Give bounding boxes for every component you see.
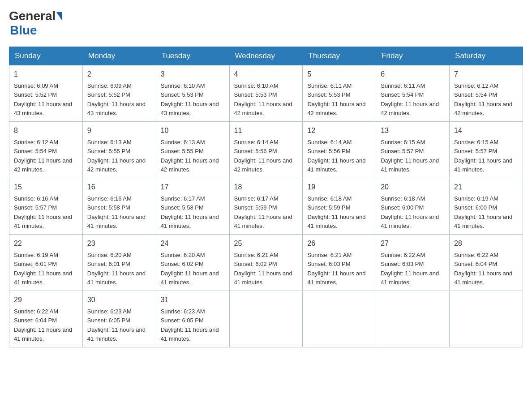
logo-general: General [9, 9, 56, 23]
day-info: Sunrise: 6:13 AMSunset: 5:55 PMDaylight:… [87, 139, 146, 173]
day-info: Sunrise: 6:16 AMSunset: 5:57 PMDaylight:… [14, 195, 72, 229]
day-info: Sunrise: 6:12 AMSunset: 5:54 PMDaylight:… [14, 139, 72, 173]
day-number: 10 [161, 125, 225, 136]
day-number: 14 [454, 125, 518, 136]
day-number: 5 [307, 69, 371, 80]
calendar-header-thursday: Thursday [303, 47, 376, 65]
calendar-cell: 1 Sunrise: 6:09 AMSunset: 5:52 PMDayligh… [9, 65, 83, 122]
day-number: 30 [87, 295, 151, 305]
day-info: Sunrise: 6:15 AMSunset: 5:57 PMDaylight:… [454, 139, 512, 173]
calendar-week-5: 29 Sunrise: 6:22 AMSunset: 6:04 PMDaylig… [9, 291, 523, 347]
day-info: Sunrise: 6:14 AMSunset: 5:56 PMDaylight:… [234, 139, 292, 173]
calendar-cell [229, 291, 303, 347]
logo-blue: Blue [10, 23, 37, 37]
calendar-cell: 29 Sunrise: 6:22 AMSunset: 6:04 PMDaylig… [9, 291, 83, 347]
day-number: 31 [161, 295, 225, 305]
day-number: 7 [454, 69, 518, 80]
day-info: Sunrise: 6:20 AMSunset: 6:01 PMDaylight:… [87, 252, 146, 286]
day-info: Sunrise: 6:22 AMSunset: 6:04 PMDaylight:… [14, 308, 72, 342]
calendar-cell: 8 Sunrise: 6:12 AMSunset: 5:54 PMDayligh… [9, 122, 83, 178]
calendar-cell: 10 Sunrise: 6:13 AMSunset: 5:55 PMDaylig… [156, 122, 229, 178]
calendar-cell: 11 Sunrise: 6:14 AMSunset: 5:56 PMDaylig… [229, 122, 303, 178]
day-number: 17 [161, 182, 225, 193]
calendar-cell: 9 Sunrise: 6:13 AMSunset: 5:55 PMDayligh… [82, 122, 156, 178]
day-info: Sunrise: 6:09 AMSunset: 5:52 PMDaylight:… [87, 82, 146, 116]
day-info: Sunrise: 6:12 AMSunset: 5:54 PMDaylight:… [454, 82, 512, 116]
day-number: 23 [87, 238, 151, 249]
day-info: Sunrise: 6:10 AMSunset: 5:53 PMDaylight:… [161, 82, 219, 116]
day-info: Sunrise: 6:18 AMSunset: 6:00 PMDaylight:… [381, 195, 439, 229]
day-info: Sunrise: 6:11 AMSunset: 5:53 PMDaylight:… [307, 82, 365, 116]
day-number: 22 [14, 238, 78, 249]
day-info: Sunrise: 6:20 AMSunset: 6:02 PMDaylight:… [161, 252, 219, 286]
day-number: 4 [234, 69, 298, 80]
calendar-cell: 16 Sunrise: 6:16 AMSunset: 5:58 PMDaylig… [82, 178, 156, 235]
day-number: 9 [87, 125, 151, 136]
day-number: 1 [14, 69, 78, 80]
day-number: 25 [234, 238, 298, 249]
day-info: Sunrise: 6:14 AMSunset: 5:56 PMDaylight:… [307, 139, 365, 173]
day-info: Sunrise: 6:23 AMSunset: 6:05 PMDaylight:… [161, 308, 219, 342]
day-number: 20 [381, 182, 445, 193]
calendar-cell [376, 291, 450, 347]
calendar-cell: 20 Sunrise: 6:18 AMSunset: 6:00 PMDaylig… [376, 178, 450, 235]
calendar-cell: 19 Sunrise: 6:18 AMSunset: 5:59 PMDaylig… [303, 178, 376, 235]
day-number: 19 [307, 182, 371, 193]
calendar-table: SundayMondayTuesdayWednesdayThursdayFrid… [9, 47, 523, 347]
calendar-week-2: 8 Sunrise: 6:12 AMSunset: 5:54 PMDayligh… [9, 122, 523, 178]
calendar-cell: 21 Sunrise: 6:19 AMSunset: 6:00 PMDaylig… [450, 178, 523, 235]
day-number: 12 [307, 125, 371, 136]
calendar-week-3: 15 Sunrise: 6:16 AMSunset: 5:57 PMDaylig… [9, 178, 523, 235]
calendar-cell: 22 Sunrise: 6:19 AMSunset: 6:01 PMDaylig… [9, 235, 83, 291]
page-header: General Blue [9, 9, 523, 38]
day-number: 8 [14, 125, 78, 136]
calendar-cell: 25 Sunrise: 6:21 AMSunset: 6:02 PMDaylig… [229, 235, 303, 291]
calendar-header-tuesday: Tuesday [156, 47, 229, 65]
day-number: 24 [161, 238, 225, 249]
calendar-cell: 24 Sunrise: 6:20 AMSunset: 6:02 PMDaylig… [156, 235, 229, 291]
day-number: 13 [381, 125, 445, 136]
day-number: 6 [381, 69, 445, 80]
day-number: 3 [161, 69, 225, 80]
day-number: 16 [87, 182, 151, 193]
day-info: Sunrise: 6:09 AMSunset: 5:52 PMDaylight:… [14, 82, 72, 116]
logo-arrow-icon [56, 12, 62, 20]
calendar-cell: 2 Sunrise: 6:09 AMSunset: 5:52 PMDayligh… [82, 65, 156, 122]
logo: General Blue [9, 9, 63, 38]
calendar-cell: 27 Sunrise: 6:22 AMSunset: 6:03 PMDaylig… [376, 235, 450, 291]
day-info: Sunrise: 6:19 AMSunset: 6:00 PMDaylight:… [454, 195, 512, 229]
day-info: Sunrise: 6:13 AMSunset: 5:55 PMDaylight:… [161, 139, 219, 173]
day-info: Sunrise: 6:16 AMSunset: 5:58 PMDaylight:… [87, 195, 146, 229]
day-info: Sunrise: 6:11 AMSunset: 5:54 PMDaylight:… [381, 82, 439, 116]
day-info: Sunrise: 6:22 AMSunset: 6:03 PMDaylight:… [381, 252, 439, 286]
calendar-cell: 6 Sunrise: 6:11 AMSunset: 5:54 PMDayligh… [376, 65, 450, 122]
day-number: 11 [234, 125, 298, 136]
day-info: Sunrise: 6:17 AMSunset: 5:59 PMDaylight:… [234, 195, 292, 229]
calendar-cell: 12 Sunrise: 6:14 AMSunset: 5:56 PMDaylig… [303, 122, 376, 178]
day-info: Sunrise: 6:18 AMSunset: 5:59 PMDaylight:… [307, 195, 365, 229]
calendar-cell: 14 Sunrise: 6:15 AMSunset: 5:57 PMDaylig… [450, 122, 523, 178]
day-info: Sunrise: 6:15 AMSunset: 5:57 PMDaylight:… [381, 139, 439, 173]
calendar-cell [303, 291, 376, 347]
calendar-header-friday: Friday [376, 47, 450, 65]
calendar-header-sunday: Sunday [9, 47, 83, 65]
day-number: 2 [87, 69, 151, 80]
day-number: 18 [234, 182, 298, 193]
calendar-cell: 28 Sunrise: 6:22 AMSunset: 6:04 PMDaylig… [450, 235, 523, 291]
calendar-header-row: SundayMondayTuesdayWednesdayThursdayFrid… [9, 47, 523, 65]
calendar-cell: 23 Sunrise: 6:20 AMSunset: 6:01 PMDaylig… [82, 235, 156, 291]
day-info: Sunrise: 6:23 AMSunset: 6:05 PMDaylight:… [87, 308, 146, 342]
calendar-cell: 17 Sunrise: 6:17 AMSunset: 5:58 PMDaylig… [156, 178, 229, 235]
day-number: 15 [14, 182, 78, 193]
calendar-cell: 15 Sunrise: 6:16 AMSunset: 5:57 PMDaylig… [9, 178, 83, 235]
calendar-cell: 18 Sunrise: 6:17 AMSunset: 5:59 PMDaylig… [229, 178, 303, 235]
calendar-header-monday: Monday [82, 47, 156, 65]
day-number: 21 [454, 182, 518, 193]
calendar-cell: 5 Sunrise: 6:11 AMSunset: 5:53 PMDayligh… [303, 65, 376, 122]
day-info: Sunrise: 6:22 AMSunset: 6:04 PMDaylight:… [454, 252, 512, 286]
day-info: Sunrise: 6:21 AMSunset: 6:03 PMDaylight:… [307, 252, 365, 286]
day-number: 28 [454, 238, 518, 249]
day-info: Sunrise: 6:17 AMSunset: 5:58 PMDaylight:… [161, 195, 219, 229]
calendar-cell: 7 Sunrise: 6:12 AMSunset: 5:54 PMDayligh… [450, 65, 523, 122]
calendar-cell: 26 Sunrise: 6:21 AMSunset: 6:03 PMDaylig… [303, 235, 376, 291]
